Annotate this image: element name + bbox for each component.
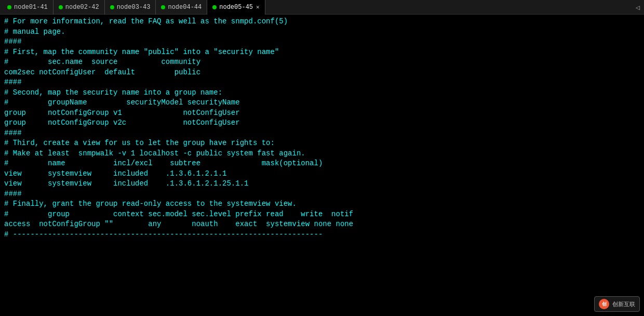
tab-status-dot (7, 5, 11, 9)
code-line: # Make at least snmpwalk -v 1 localhost … (4, 149, 640, 159)
code-line: #### (4, 128, 640, 139)
code-line: # First, map the community name "public"… (4, 47, 640, 58)
code-line: com2sec notConfigUser default public (4, 68, 640, 78)
code-line: # groupName securityModel securityName (4, 98, 640, 108)
tab-node02-42[interactable]: node02-42 (53, 0, 105, 15)
tab-node04-44[interactable]: node04-44 (156, 0, 207, 15)
code-line: # name incl/excl subtree mask(optional) (4, 159, 640, 169)
code-line: access notConfigGroup "" any noauth exac… (4, 219, 640, 230)
code-line: group notConfigGroup v2c notConfigUser (4, 118, 640, 128)
code-line: # --------------------------------------… (4, 230, 640, 240)
code-line: # group context sec.model sec.level pref… (4, 209, 640, 220)
code-line: #### (4, 189, 640, 200)
content-area: # For more information, read the FAQ as … (0, 15, 644, 316)
watermark-icon: 创 (599, 299, 609, 309)
tab-label: node05-45 (219, 4, 253, 11)
code-line: # For more information, read the FAQ as … (4, 17, 640, 27)
tab-node05-45[interactable]: node05-45✕ (207, 0, 265, 15)
code-line: view systemview included .1.3.6.1.2.1.25… (4, 179, 640, 189)
tab-label: node03-43 (117, 4, 151, 11)
tab-close-button[interactable]: ✕ (256, 4, 260, 10)
tab-status-dot (59, 5, 63, 9)
code-line: view systemview included .1.3.6.1.2.1.1 (4, 169, 640, 179)
tab-node01-41[interactable]: node01-41 (2, 0, 53, 15)
tab-label: node01-41 (14, 4, 48, 11)
watermark: 创 创新互联 (594, 296, 640, 312)
code-line: # manual page. (4, 27, 640, 37)
tab-status-dot (110, 5, 114, 9)
code-line: # Second, map the security name into a g… (4, 88, 640, 98)
tab-node03-43[interactable]: node03-43 (105, 0, 156, 15)
code-line: # sec.name source community (4, 57, 640, 68)
tab-bar: node01-41node02-42node03-43node04-44node… (0, 0, 644, 15)
code-line: # Third, create a view for us to let the… (4, 138, 640, 149)
scroll-indicator: ◁ (636, 3, 640, 11)
tab-label: node04-44 (168, 4, 202, 11)
code-line: #### (4, 37, 640, 47)
code-line: #### (4, 77, 640, 88)
code-line: group notConfigGroup v1 notConfigUser (4, 108, 640, 118)
code-line: # Finally, grant the group read-only acc… (4, 199, 640, 209)
tab-status-dot (161, 5, 165, 9)
tab-label: node02-42 (65, 4, 99, 11)
watermark-text: 创新互联 (612, 300, 635, 308)
tab-status-dot (212, 5, 217, 9)
